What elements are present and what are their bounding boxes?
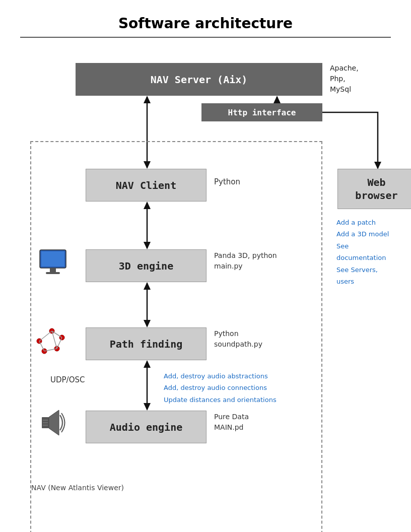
page: Software architecture — [0, 0, 411, 532]
web-link-1[interactable]: Add a patch — [336, 217, 393, 228]
nav-client-box: NAV Client — [86, 169, 207, 202]
puredata-label: Pure DataMAIN.pd — [214, 412, 249, 433]
svg-rect-17 — [50, 268, 56, 272]
web-link-4[interactable]: See Servers, users — [336, 264, 393, 288]
web-links: Add a patch Add a 3D model See documenta… — [336, 217, 393, 287]
http-interface-box: Http interface — [201, 103, 322, 121]
monitor-icon — [38, 248, 68, 280]
python-sound-label: Pythonsoundpath.py — [214, 328, 262, 350]
udp-annotation-3: Update distances and orientations — [164, 394, 277, 406]
svg-rect-18 — [46, 272, 60, 274]
svg-marker-14 — [273, 96, 281, 103]
pathfinding-label: Path finding — [110, 338, 183, 350]
apache-label: Apache,Php,MySql — [330, 63, 359, 95]
audio-engine-box: Audio engine — [86, 411, 207, 443]
nav-client-label: NAV Client — [116, 179, 176, 191]
svg-line-24 — [39, 331, 52, 341]
udp-osc-label: UDP/OSC — [50, 375, 85, 384]
speaker-icon — [38, 408, 67, 439]
nav-server-box: NAV Server (Aix) — [76, 63, 322, 96]
svg-rect-16 — [41, 251, 64, 267]
divider — [20, 37, 391, 38]
udp-annotation-2: Add, destroy audio connections — [164, 382, 277, 393]
pathfinding-box: Path finding — [86, 327, 207, 360]
svg-marker-31 — [49, 410, 59, 435]
web-link-2[interactable]: Add a 3D model — [336, 228, 393, 240]
web-browser-box: Webbrowser — [337, 169, 411, 209]
python-label: Python — [214, 177, 240, 186]
engine-3d-box: 3D engine — [86, 249, 207, 282]
engine-3d-label: 3D engine — [119, 260, 173, 272]
audio-engine-label: Audio engine — [110, 421, 183, 433]
web-link-3[interactable]: See documentation — [336, 240, 393, 264]
panda-label: Panda 3D, pythonmain.py — [214, 250, 277, 272]
udp-annotation-1: Add, destroy audio abstractions — [164, 370, 277, 382]
svg-line-26 — [57, 338, 62, 349]
udp-annotations: Add, destroy audio abstractions Add, des… — [164, 370, 277, 406]
diagram-area: NAV Server (Aix) Apache,Php,MySql Http i… — [20, 53, 393, 506]
nav-bottom-label: NAV (New Atlantis Viewer) — [31, 484, 124, 492]
svg-line-28 — [39, 341, 44, 351]
nav-server-label: NAV Server (Aix) — [151, 74, 248, 86]
apache-text: Apache,Php,MySql — [330, 64, 359, 93]
svg-marker-12 — [374, 162, 381, 169]
http-interface-label: Http interface — [228, 108, 296, 117]
panda-text: Panda 3D, pythonmain.py — [214, 251, 277, 270]
page-title: Software architecture — [20, 15, 391, 32]
svg-marker-1 — [144, 96, 151, 103]
python-sound-text: Pythonsoundpath.py — [214, 329, 262, 348]
puredata-text: Pure DataMAIN.pd — [214, 413, 249, 431]
web-browser-label: Webbrowser — [355, 176, 397, 202]
pathnet-icon — [34, 323, 70, 361]
